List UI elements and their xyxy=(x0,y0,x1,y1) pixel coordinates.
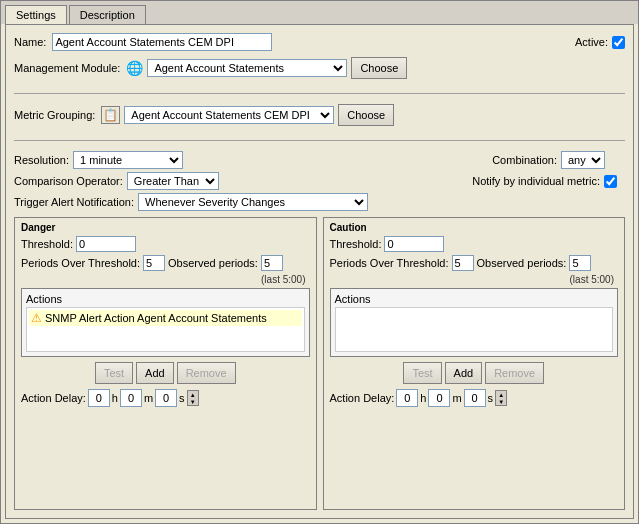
danger-spinner[interactable]: ▲ ▼ xyxy=(187,390,199,406)
danger-spinner-down[interactable]: ▼ xyxy=(188,398,198,405)
trigger-select[interactable]: Whenever Severity Changes Always xyxy=(138,193,368,211)
combination-group: Combination: any all xyxy=(492,151,605,169)
danger-m-input[interactable] xyxy=(120,389,142,407)
danger-actions-label: Actions xyxy=(26,293,305,305)
caution-periods-row: Periods Over Threshold: Observed periods… xyxy=(330,255,619,271)
main-content: Name: Active: Management Module: 🌐 Agent… xyxy=(5,24,634,519)
danger-buttons: Test Add Remove xyxy=(21,362,310,384)
management-module-select[interactable]: Agent Account Statements xyxy=(147,59,347,77)
name-left: Name: xyxy=(14,33,272,51)
name-input[interactable] xyxy=(52,33,272,51)
danger-spinner-up[interactable]: ▲ xyxy=(188,391,198,398)
metric-grouping-row: Metric Grouping: 📋 Agent Account Stateme… xyxy=(14,104,625,126)
choose-button-2[interactable]: Choose xyxy=(338,104,394,126)
caution-delay-label: Action Delay: xyxy=(330,392,395,404)
settings-row-1: Resolution: 1 minute Combination: any al… xyxy=(14,151,625,169)
danger-actions-list: ⚠ SNMP Alert Action Agent Account Statem… xyxy=(26,307,305,352)
combination-select[interactable]: any all xyxy=(561,151,605,169)
caution-actions-label: Actions xyxy=(335,293,614,305)
divider-1 xyxy=(14,93,625,94)
metric-grouping-icon: 📋 xyxy=(101,106,120,124)
divider-2 xyxy=(14,140,625,141)
choose-button-1[interactable]: Choose xyxy=(351,57,407,79)
resolution-group: Resolution: 1 minute xyxy=(14,151,183,169)
danger-delay-label: Action Delay: xyxy=(21,392,86,404)
danger-observed-label: Observed periods: xyxy=(168,257,258,269)
danger-panel: Danger Threshold: Periods Over Threshold… xyxy=(14,217,317,510)
danger-periods-label: Periods Over Threshold: xyxy=(21,257,140,269)
settings-area: Resolution: 1 minute Combination: any al… xyxy=(14,151,625,211)
name-right: Active: xyxy=(575,36,625,49)
resolution-select[interactable]: 1 minute xyxy=(73,151,183,169)
caution-threshold-row: Threshold: xyxy=(330,236,619,252)
caution-add-button[interactable]: Add xyxy=(445,362,483,384)
trigger-label: Trigger Alert Notification: xyxy=(14,196,134,208)
active-checkbox[interactable] xyxy=(612,36,625,49)
management-module-row: Management Module: 🌐 Agent Account State… xyxy=(14,57,625,79)
caution-h-input[interactable] xyxy=(396,389,418,407)
caution-periods-label: Periods Over Threshold: xyxy=(330,257,449,269)
danger-h-input[interactable] xyxy=(88,389,110,407)
caution-last-note: (last 5:00) xyxy=(330,274,619,285)
danger-threshold-input[interactable] xyxy=(76,236,136,252)
caution-threshold-input[interactable] xyxy=(384,236,444,252)
caution-actions-list xyxy=(335,307,614,352)
danger-s-input[interactable] xyxy=(155,389,177,407)
danger-action-item: ⚠ SNMP Alert Action Agent Account Statem… xyxy=(29,310,302,326)
name-label: Name: xyxy=(14,36,46,48)
caution-actions-box: Actions xyxy=(330,288,619,357)
danger-last-note: (last 5:00) xyxy=(21,274,310,285)
metric-grouping-select[interactable]: Agent Account Statements CEM DPI xyxy=(124,106,334,124)
name-row: Name: Active: xyxy=(14,33,625,51)
tab-settings[interactable]: Settings xyxy=(5,5,67,24)
management-module-icon: 🌐 xyxy=(126,60,143,76)
caution-spinner[interactable]: ▲ ▼ xyxy=(495,390,507,406)
caution-periods-input[interactable] xyxy=(452,255,474,271)
tab-bar: Settings Description xyxy=(1,1,638,24)
caution-delay-row: Action Delay: h m s ▲ ▼ xyxy=(330,389,619,407)
caution-remove-button[interactable]: Remove xyxy=(485,362,544,384)
danger-title: Danger xyxy=(21,222,310,233)
danger-threshold-row: Threshold: xyxy=(21,236,310,252)
caution-s-input[interactable] xyxy=(464,389,486,407)
caution-buttons: Test Add Remove xyxy=(330,362,619,384)
danger-threshold-label: Threshold: xyxy=(21,238,73,250)
caution-spinner-up[interactable]: ▲ xyxy=(496,391,506,398)
danger-periods-row: Periods Over Threshold: Observed periods… xyxy=(21,255,310,271)
danger-h-label: h xyxy=(112,392,118,404)
danger-add-button[interactable]: Add xyxy=(136,362,174,384)
caution-spinner-down[interactable]: ▼ xyxy=(496,398,506,405)
danger-s-label: s xyxy=(179,392,185,404)
danger-m-label: m xyxy=(144,392,153,404)
combination-label: Combination: xyxy=(492,154,557,166)
comparison-group: Comparison Operator: Greater Than Less T… xyxy=(14,172,219,190)
notify-checkbox[interactable] xyxy=(604,175,617,188)
trigger-group: Trigger Alert Notification: Whenever Sev… xyxy=(14,193,625,211)
caution-threshold-label: Threshold: xyxy=(330,238,382,250)
comparison-select[interactable]: Greater Than Less Than xyxy=(127,172,219,190)
warning-icon: ⚠ xyxy=(31,311,42,325)
comparison-label: Comparison Operator: xyxy=(14,175,123,187)
caution-test-button[interactable]: Test xyxy=(403,362,441,384)
danger-observed-input[interactable] xyxy=(261,255,283,271)
notify-label: Notify by individual metric: xyxy=(472,175,600,187)
metric-grouping-label: Metric Grouping: xyxy=(14,109,95,121)
danger-actions-box: Actions ⚠ SNMP Alert Action Agent Accoun… xyxy=(21,288,310,357)
danger-action-text: SNMP Alert Action Agent Account Statemen… xyxy=(45,312,267,324)
caution-panel: Caution Threshold: Periods Over Threshol… xyxy=(323,217,626,510)
danger-periods-input[interactable] xyxy=(143,255,165,271)
caution-observed-input[interactable] xyxy=(569,255,591,271)
caution-h-label: h xyxy=(420,392,426,404)
settings-row-2: Comparison Operator: Greater Than Less T… xyxy=(14,172,625,190)
caution-title: Caution xyxy=(330,222,619,233)
tab-description[interactable]: Description xyxy=(69,5,146,24)
caution-s-label: s xyxy=(488,392,494,404)
caution-m-input[interactable] xyxy=(428,389,450,407)
danger-test-button[interactable]: Test xyxy=(95,362,133,384)
panels-row: Danger Threshold: Periods Over Threshold… xyxy=(14,217,625,510)
caution-m-label: m xyxy=(452,392,461,404)
active-label: Active: xyxy=(575,36,608,48)
notify-group: Notify by individual metric: xyxy=(472,175,617,188)
danger-remove-button[interactable]: Remove xyxy=(177,362,236,384)
management-module-label: Management Module: xyxy=(14,62,120,74)
